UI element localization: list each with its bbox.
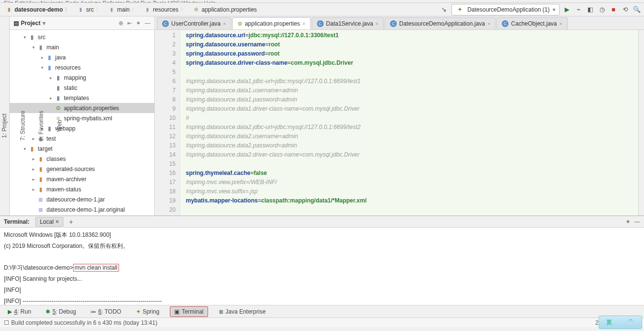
folder-icon: ▮ [6,6,13,13]
terminal-tab-local[interactable]: Local× [35,217,63,227]
tree-resources[interactable]: resources [55,64,81,71]
terminal-panel: Terminal: Local× + ✶— Microsoft Windows … [0,216,644,305]
properties-icon: ⚙ [238,21,242,27]
folder-icon: ▮ [144,6,151,13]
tab-web-vert[interactable]: Web [55,118,64,133]
hammer-icon[interactable]: ↘ [440,5,449,14]
collapse-icon[interactable]: ⇤ [127,20,132,27]
project-title[interactable]: Project [21,20,41,27]
tree-test[interactable]: test [46,135,56,142]
class-icon: C [502,20,509,27]
terminal-command: mvn clean install [73,264,119,272]
tree-src[interactable]: src [38,34,45,41]
tree-classes[interactable]: classes [46,156,66,162]
tab-cacheobject[interactable]: CCacheObject.java× [496,17,568,29]
tool-debug[interactable]: ✱5: Debug [42,307,80,317]
crumb-resources[interactable]: resources [153,6,179,13]
tree-mapping[interactable]: mapping [64,74,86,81]
tree-main[interactable]: main [46,44,59,51]
update-icon[interactable]: ⟲ [621,5,629,14]
folder-icon: ▮ [108,6,115,13]
terminal-title: Terminal: [4,218,30,225]
tree-java[interactable]: java [55,54,66,61]
tree-appprops[interactable]: application.properties [64,105,119,112]
status-bar: ☐Build completed successfully in 6 s 430… [0,317,644,327]
code-content[interactable]: spring.datasource.url=jdbc:mysql://127.0… [180,30,638,216]
tab-application-properties[interactable]: ⚙application.properties× [232,17,311,29]
profiler-icon[interactable]: ◷ [598,5,606,14]
close-icon[interactable]: × [559,21,562,27]
close-icon[interactable]: × [56,218,59,225]
tool-javaee[interactable]: ≣Java Enterprise [215,307,270,317]
run-config-selector[interactable]: ✦ DatesourceDemoApplication (1) ▾ [451,4,560,15]
debug-icon[interactable]: ⌁ [574,5,583,14]
properties-icon: ⚙ [193,6,200,13]
tab-project-vert[interactable]: 1: Project [0,112,9,140]
gear-icon[interactable]: ✶ [626,218,630,225]
code-editor[interactable]: 1234567891011121314151617181920 spring.d… [155,30,644,216]
project-panel: ▤Project ▾ ⊕ ⇤ ✶ — ▾▮src ▾▮main ▸▮java ▾… [10,16,155,216]
terminal-output[interactable]: Microsoft Windows [版本 10.0.18362.900] (c… [0,228,644,305]
tree-jarorig[interactable]: datesource-demo-1.jar.original [46,206,125,213]
tab-demoapp[interactable]: CDatesourceDemoApplication.java× [385,17,495,29]
chevron-down-icon: ▾ [553,6,555,13]
run-config-label: DatesourceDemoApplication (1) [467,6,550,13]
project-scope-icon[interactable]: ▤ [14,20,19,27]
project-tree[interactable]: ▾▮src ▾▮main ▸▮java ▾▮resources ▸▮mappin… [10,30,154,216]
tree-static[interactable]: static [64,85,77,91]
close-icon[interactable]: × [375,21,378,27]
hide-icon[interactable]: — [634,218,640,225]
tree-target[interactable]: target [38,145,53,152]
navigation-bar: ▮datesource-demo〉 ▮src〉 ▮main〉 ▮resource… [0,3,644,16]
coverage-icon[interactable]: ◧ [586,5,595,14]
tree-mvnstat[interactable]: maven-status [46,186,81,193]
ime-indicator[interactable]: 英👕 [599,316,642,329]
class-icon: C [162,20,169,27]
editor-tabs: CUserController.java× ⚙application.prope… [155,16,644,30]
tree-jar[interactable]: datesource-demo-1.jar [46,196,105,203]
tree-gensrc[interactable]: generated-sources [46,166,95,173]
close-icon[interactable]: × [487,21,490,27]
line-gutter: 1234567891011121314151617181920 [155,30,180,216]
tab-structure-vert[interactable]: 7: Structure [18,109,27,143]
tab-data1service[interactable]: CData1Service.java× [312,17,384,29]
breadcrumb[interactable]: ▮datesource-demo〉 ▮src〉 ▮main〉 ▮resource… [3,5,440,14]
stop-icon[interactable]: ■ [609,5,618,14]
tab-usercontroller[interactable]: CUserController.java× [157,17,231,29]
tool-terminal[interactable]: ▣Terminal [170,306,208,317]
folder-icon: ▮ [77,6,84,13]
new-terminal-button[interactable]: + [69,218,73,226]
error-stripe[interactable] [638,30,644,216]
bottom-tool-strip: ▶4: 4: RunRun ✱5: Debug ≔6: TODO ✦Spring… [0,305,644,317]
status-message: Build completed successfully in 6 s 430 … [11,319,157,326]
tree-mybatisxml[interactable]: spring-mybatis.xml [64,115,112,122]
tree-templates[interactable]: templates [64,95,89,101]
hide-icon[interactable]: — [145,20,150,27]
left-tool-gutter: 1: Project 7: Structure 2: Favorites Web [0,16,10,216]
tab-favorites-vert[interactable]: 2: Favorites [37,109,45,143]
target-icon[interactable]: ⊕ [119,20,123,27]
close-icon[interactable]: × [302,21,305,27]
spring-leaf-icon: ✦ [456,5,464,14]
class-icon: C [317,20,324,27]
tool-spring[interactable]: ✦Spring [132,307,164,317]
crumb-project[interactable]: datesource-demo [15,6,63,13]
run-icon[interactable]: ▶ [563,5,571,14]
tree-mvnarch[interactable]: maven-archiver [46,176,87,183]
class-icon: C [390,20,397,27]
close-icon[interactable]: × [223,21,226,27]
crumb-file[interactable]: application.properties [202,6,257,13]
editor-area: CUserController.java× ⚙application.prope… [155,16,644,216]
crumb-main[interactable]: main [117,6,130,13]
tool-run[interactable]: ▶4: 4: RunRun [4,307,35,317]
search-icon[interactable]: 🔍 [632,5,641,14]
gear-icon[interactable]: ✶ [136,20,141,27]
tool-todo[interactable]: ≔6: TODO [87,307,125,317]
crumb-src[interactable]: src [86,6,94,13]
